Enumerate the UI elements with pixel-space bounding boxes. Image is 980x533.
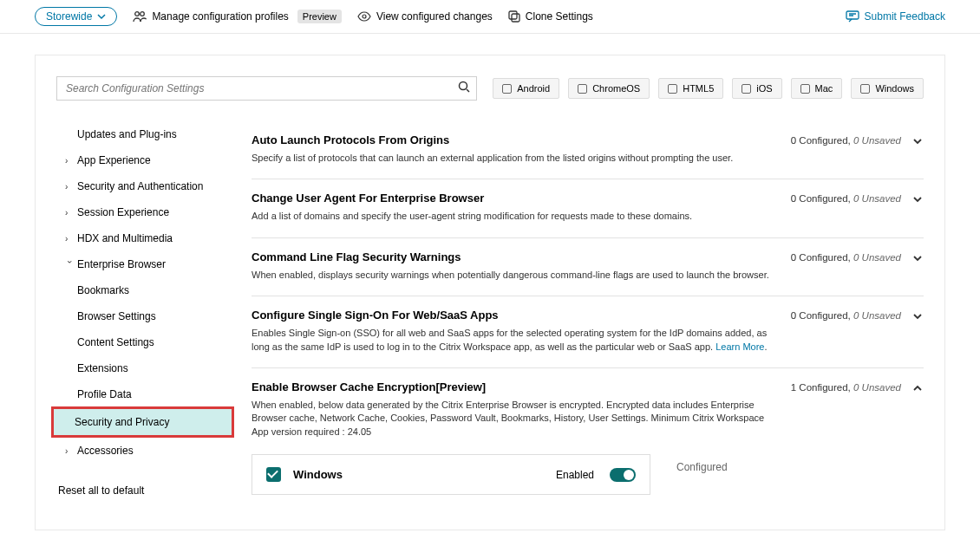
- setting-desc: Specify a list of protocols that can lau…: [252, 152, 774, 165]
- scope-dropdown[interactable]: Storewide: [35, 7, 117, 26]
- chevron-right-icon: ›: [65, 156, 74, 166]
- chevron-down-icon: [97, 12, 106, 21]
- setting-sso[interactable]: Configure Single Sign-On For Web/SaaS Ap…: [252, 296, 924, 368]
- setting-status: 0 Configured, 0 Unsaved: [791, 252, 901, 263]
- svg-point-6: [460, 82, 467, 90]
- chevron-down-icon: [911, 135, 924, 147]
- chevron-right-icon: ›: [65, 446, 74, 456]
- submit-feedback-label: Submit Feedback: [865, 10, 945, 23]
- people-icon: [133, 10, 147, 23]
- setting-title: Command Line Flag Security Warnings: [252, 250, 774, 263]
- eye-icon: [357, 11, 371, 22]
- search-icon[interactable]: [458, 81, 470, 93]
- setting-title: Configure Single Sign-On For Web/SaaS Ap…: [252, 309, 774, 322]
- setting-cache-encryption[interactable]: Enable Browser Cache Encryption[Preview]…: [252, 368, 924, 509]
- top-bar: Storewide Manage configuration profiles …: [0, 0, 980, 34]
- checkbox-icon: [860, 84, 870, 94]
- checkbox-icon: [502, 84, 512, 94]
- platform-chip-android[interactable]: Android: [493, 78, 559, 99]
- configured-status: Configured: [676, 461, 728, 473]
- chevron-right-icon: ›: [65, 182, 74, 192]
- setting-cmd-flag-warnings[interactable]: Command Line Flag Security Warnings When…: [252, 238, 924, 296]
- settings-card: Android ChromeOS HTML5 iOS Mac Windows U…: [35, 55, 945, 530]
- os-config-panel: Windows Enabled: [252, 454, 650, 495]
- setting-status: 0 Configured, 0 Unsaved: [791, 193, 901, 204]
- setting-status: 0 Configured, 0 Unsaved: [791, 310, 901, 321]
- chevron-down-icon: [911, 252, 924, 264]
- learn-more-link[interactable]: Learn More: [715, 341, 764, 352]
- submit-feedback-link[interactable]: Submit Feedback: [846, 10, 945, 23]
- platform-chip-html5[interactable]: HTML5: [658, 78, 723, 99]
- feedback-icon: [846, 10, 859, 23]
- sidebar-item-content-settings[interactable]: Content Settings: [56, 329, 234, 355]
- chevron-down-icon: ›: [65, 260, 75, 269]
- manage-profiles-label: Manage configuration profiles: [152, 10, 288, 23]
- checkbox-checked-icon[interactable]: [266, 467, 281, 482]
- view-changes-link[interactable]: View configured changes: [357, 10, 493, 23]
- sidebar-item-browser-settings[interactable]: Browser Settings: [56, 303, 234, 329]
- clone-settings-link[interactable]: Clone Settings: [508, 10, 593, 23]
- manage-profiles-link[interactable]: Manage configuration profiles Preview: [133, 10, 342, 23]
- sidebar-item-extensions[interactable]: Extensions: [56, 355, 234, 381]
- sidebar-item-hdx[interactable]: ›HDX and Multimedia: [56, 225, 234, 251]
- sidebar-item-profile-data[interactable]: Profile Data: [56, 381, 234, 407]
- sidebar-item-updates[interactable]: Updates and Plug-ins: [56, 121, 234, 147]
- enabled-label: Enabled: [556, 469, 594, 481]
- setting-status: 0 Configured, 0 Unsaved: [791, 135, 901, 146]
- sidebar-item-app-experience[interactable]: ›App Experience: [56, 147, 234, 173]
- platform-chip-mac[interactable]: Mac: [791, 78, 843, 99]
- chevron-down-icon: [911, 310, 924, 322]
- svg-rect-3: [509, 11, 517, 19]
- settings-list: Auto Launch Protocols From Origins Speci…: [252, 121, 924, 509]
- setting-title: Enable Browser Cache Encryption[Preview]: [252, 380, 774, 393]
- platform-chip-windows[interactable]: Windows: [851, 78, 924, 99]
- sidebar-item-security-privacy[interactable]: Security and Privacy: [54, 409, 232, 435]
- setting-desc: When enabled, displays security warnings…: [252, 269, 774, 282]
- setting-title: Change User Agent For Enterprise Browser: [252, 192, 774, 205]
- chevron-right-icon: ›: [65, 208, 74, 218]
- checkbox-icon: [742, 84, 751, 94]
- chevron-up-icon: [911, 382, 924, 394]
- sidebar-item-bookmarks[interactable]: Bookmarks: [56, 277, 234, 303]
- chevron-right-icon: ›: [65, 234, 74, 244]
- sidebar-item-enterprise-browser[interactable]: ›Enterprise Browser: [56, 251, 234, 277]
- setting-desc: When enabled, below data generated by th…: [252, 399, 774, 439]
- setting-auto-launch[interactable]: Auto Launch Protocols From Origins Speci…: [252, 121, 924, 179]
- highlight-annotation: Security and Privacy: [51, 406, 234, 438]
- clone-icon: [508, 10, 520, 23]
- preview-badge: Preview: [297, 10, 342, 23]
- svg-point-2: [363, 15, 366, 18]
- filter-row: Android ChromeOS HTML5 iOS Mac Windows: [56, 76, 924, 101]
- sidebar-item-accessories[interactable]: ›Accessories: [56, 438, 234, 464]
- scope-label: Storewide: [46, 10, 92, 23]
- platform-chip-chromeos[interactable]: ChromeOS: [568, 78, 650, 99]
- setting-title: Auto Launch Protocols From Origins: [252, 133, 774, 146]
- setting-desc: Enables Single Sign-on (SSO) for all web…: [252, 327, 774, 354]
- sidebar-item-security-auth[interactable]: ›Security and Authentication: [56, 173, 234, 199]
- view-changes-label: View configured changes: [376, 10, 493, 23]
- search-input[interactable]: [56, 76, 477, 101]
- clone-settings-label: Clone Settings: [526, 10, 593, 23]
- setting-desc: Add a list of domains and specify the us…: [252, 210, 774, 223]
- search-wrap: [56, 76, 477, 101]
- reset-all-link[interactable]: Reset all to default: [56, 484, 234, 497]
- svg-point-1: [140, 12, 145, 16]
- svg-rect-4: [512, 14, 519, 22]
- os-label: Windows: [293, 468, 544, 481]
- checkbox-icon: [800, 84, 810, 94]
- platform-chips: Android ChromeOS HTML5 iOS Mac Windows: [493, 78, 924, 99]
- setting-status: 1 Configured, 0 Unsaved: [791, 382, 901, 393]
- svg-point-0: [135, 12, 140, 16]
- chevron-down-icon: [911, 193, 924, 205]
- enabled-toggle[interactable]: [610, 468, 636, 482]
- setting-user-agent[interactable]: Change User Agent For Enterprise Browser…: [252, 179, 924, 237]
- checkbox-icon: [578, 84, 587, 94]
- sidebar-item-session-experience[interactable]: ›Session Experience: [56, 199, 234, 225]
- platform-chip-ios[interactable]: iOS: [732, 78, 781, 99]
- sidebar: Updates and Plug-ins ›App Experience ›Se…: [56, 121, 234, 509]
- checkbox-icon: [668, 84, 677, 94]
